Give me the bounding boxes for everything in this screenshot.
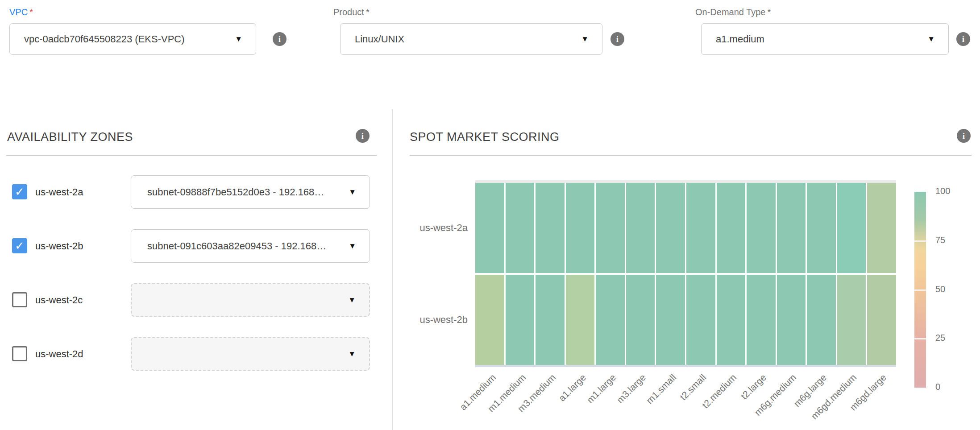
colorbar-tick-line <box>914 289 926 291</box>
spot-score-heatmap <box>475 183 896 365</box>
colorbar-tick-label: 0 <box>935 382 962 392</box>
spot-instance-config-screen: VPC* vpc-0adcb70f645508223 (EKS-VPC) ▼ i… <box>0 0 980 430</box>
colorbar-tick-label: 25 <box>935 333 962 343</box>
heatmap-cell[interactable] <box>596 275 625 365</box>
vpc-select-value: vpc-0adcb70f645508223 (EKS-VPC) <box>24 33 185 45</box>
colorbar-tick-line <box>914 240 926 242</box>
az-subnet-select-us-west-2b[interactable]: subnet-091c603aa82e09453 - 192.168…▼ <box>131 229 370 263</box>
heatmap-cell[interactable] <box>626 275 655 365</box>
az-row-us-west-2c: us-west-2c▼ <box>0 283 377 318</box>
availability-zones-title: AVAILABILITY ZONES <box>7 130 133 144</box>
vpc-required-mark: * <box>29 7 33 17</box>
az-checkbox-us-west-2b[interactable]: ✓ <box>12 238 27 253</box>
heatmap-cell[interactable] <box>686 275 715 365</box>
heatmap-cell[interactable] <box>656 183 685 273</box>
heatmap-cell[interactable] <box>566 183 595 273</box>
az-row-us-west-2b: ✓us-west-2bsubnet-091c603aa82e09453 - 19… <box>0 229 377 264</box>
on-demand-type-caret-down-icon: ▼ <box>927 35 935 42</box>
az-subnet-caret-down-icon: ▼ <box>349 242 356 249</box>
heatmap-cell[interactable] <box>867 275 896 365</box>
heatmap-cell[interactable] <box>626 183 655 273</box>
heatmap-cell[interactable] <box>747 275 776 365</box>
heatmap-x-label: m1.large <box>585 372 618 405</box>
colorbar-tick-label: 50 <box>935 284 962 294</box>
product-caret-down-icon: ▼ <box>581 35 589 42</box>
heatmap-x-label: m1.small <box>644 372 678 406</box>
colorbar-tick-label: 75 <box>935 235 962 245</box>
heatmap-cell[interactable] <box>777 183 806 273</box>
az-subnet-caret-down-icon: ▼ <box>349 188 356 195</box>
on-demand-type-info-icon[interactable]: i <box>956 32 970 46</box>
heatmap-cell[interactable] <box>717 183 746 273</box>
heatmap-x-labels: a1.mediumm1.mediumm3.mediuma1.largem1.la… <box>475 368 896 430</box>
product-label-text: Product <box>333 7 364 17</box>
product-required-mark: * <box>366 7 370 17</box>
az-subnet-select-us-west-2d[interactable]: ▼ <box>131 337 370 371</box>
heatmap-cell[interactable] <box>475 183 504 273</box>
az-checkbox-us-west-2a[interactable]: ✓ <box>12 184 27 199</box>
az-zone-label: us-west-2b <box>35 229 83 263</box>
heatmap-x-label: t2.large <box>739 372 768 402</box>
az-checkbox-us-west-2c[interactable] <box>12 292 27 307</box>
heatmap-cell[interactable] <box>536 275 565 365</box>
az-subnet-select-us-west-2c[interactable]: ▼ <box>131 283 370 317</box>
product-info-icon[interactable]: i <box>610 32 624 46</box>
product-select[interactable]: Linux/UNIX ▼ <box>340 23 602 55</box>
vpc-label: VPC* <box>9 7 33 17</box>
product-select-value: Linux/UNIX <box>355 33 404 45</box>
on-demand-type-select[interactable]: a1.medium ▼ <box>701 23 949 55</box>
vpc-label-text: VPC <box>9 7 28 17</box>
heatmap-bottom-edge <box>475 365 896 367</box>
az-subnet-caret-down-icon: ▼ <box>348 350 356 357</box>
az-subnet-value: subnet-091c603aa82e09453 - 192.168… <box>147 240 326 252</box>
az-zone-label: us-west-2a <box>35 175 83 209</box>
spot-market-scoring-divider <box>410 155 972 156</box>
heatmap-cell[interactable] <box>777 275 806 365</box>
heatmap-cell[interactable] <box>656 275 685 365</box>
heatmap-cell[interactable] <box>807 275 836 365</box>
az-subnet-value: subnet-09888f7be5152d0e3 - 192.168… <box>147 186 324 198</box>
vpc-info-icon[interactable]: i <box>273 32 287 46</box>
heatmap-cell[interactable] <box>837 183 866 273</box>
heatmap-x-label: m3.large <box>615 372 648 405</box>
az-subnet-caret-down-icon: ▼ <box>348 296 356 303</box>
az-zone-label: us-west-2c <box>35 283 83 317</box>
on-demand-type-required-mark: * <box>768 7 771 17</box>
heatmap-cell[interactable] <box>807 183 836 273</box>
spot-market-scoring-title: SPOT MARKET SCORING <box>410 130 560 144</box>
heatmap-cell[interactable] <box>596 183 625 273</box>
on-demand-type-label-text: On-Demand Type <box>695 7 766 17</box>
az-subnet-select-us-west-2a[interactable]: subnet-09888f7be5152d0e3 - 192.168…▼ <box>131 175 370 209</box>
heatmap-colorbar <box>914 192 926 388</box>
product-label: Product* <box>333 7 370 17</box>
heatmap-x-label: t2.small <box>678 372 708 402</box>
on-demand-type-select-value: a1.medium <box>716 33 764 45</box>
panel-divider <box>392 109 393 430</box>
az-row-us-west-2a: ✓us-west-2asubnet-09888f7be5152d0e3 - 19… <box>0 175 377 210</box>
vpc-select[interactable]: vpc-0adcb70f645508223 (EKS-VPC) ▼ <box>9 23 256 55</box>
heatmap-cell[interactable] <box>506 183 535 273</box>
heatmap-cell[interactable] <box>475 275 504 365</box>
heatmap-cell[interactable] <box>747 183 776 273</box>
heatmap-row-label: us-west-2a <box>378 222 468 234</box>
colorbar-tick-line <box>914 338 926 339</box>
colorbar-tick-label: 100 <box>935 186 962 196</box>
az-row-us-west-2d: us-west-2d▼ <box>0 337 377 372</box>
heatmap-row-label: us-west-2b <box>378 314 468 326</box>
heatmap-cell[interactable] <box>686 183 715 273</box>
heatmap-cell[interactable] <box>867 183 896 273</box>
heatmap-x-label: a1.large <box>556 372 588 404</box>
heatmap-cell[interactable] <box>717 275 746 365</box>
heatmap-cell[interactable] <box>566 275 595 365</box>
availability-zones-info-icon[interactable]: i <box>356 129 370 143</box>
availability-zones-divider <box>6 155 377 156</box>
heatmap-cell[interactable] <box>837 275 866 365</box>
az-zone-label: us-west-2d <box>35 337 83 371</box>
vpc-caret-down-icon: ▼ <box>235 35 242 42</box>
spot-market-scoring-info-icon[interactable]: i <box>957 129 971 143</box>
heatmap-cell[interactable] <box>506 275 535 365</box>
az-checkbox-us-west-2d[interactable] <box>12 346 27 361</box>
on-demand-type-label: On-Demand Type* <box>695 7 771 17</box>
heatmap-cell[interactable] <box>536 183 565 273</box>
